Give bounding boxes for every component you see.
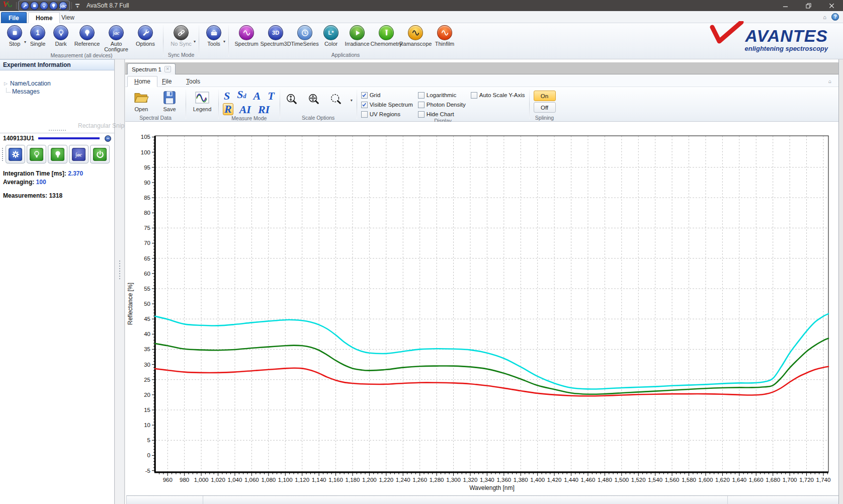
- svg-text:45: 45: [144, 316, 150, 322]
- legend-button[interactable]: Legend: [190, 89, 214, 112]
- device-power-button[interactable]: [90, 145, 110, 163]
- ramanscope-button[interactable]: Ramanscope: [401, 24, 430, 47]
- bulb-outline-icon[interactable]: [40, 2, 48, 10]
- toolbox-icon: [206, 25, 221, 40]
- horizontal-splitter[interactable]: [0, 128, 114, 133]
- collapse-device-button[interactable]: −: [105, 135, 111, 142]
- spectrum3d-button[interactable]: 3DSpectrum3D: [261, 24, 290, 47]
- toolbar-collapse-icon[interactable]: ⌂: [828, 78, 831, 84]
- zoom-rect-button[interactable]: [328, 92, 344, 107]
- unchecked-checkbox-icon[interactable]: [418, 92, 425, 99]
- checkbox-logarithmic[interactable]: Logarithmic: [418, 92, 466, 99]
- timeseries-button[interactable]: TimeSeries: [290, 24, 319, 47]
- measure-mode-ai[interactable]: AI: [238, 104, 252, 115]
- doc-tab-tools[interactable]: Tools: [180, 76, 207, 87]
- jac-icon: ∫ac: [72, 148, 86, 161]
- close-button[interactable]: [820, 0, 843, 11]
- tab-file[interactable]: File: [1, 12, 27, 23]
- measure-mode-ri[interactable]: RI: [257, 104, 271, 115]
- group-applications: Spectrum3DSpectrum3DTimeSeriesL*ColorIrr…: [229, 23, 462, 59]
- button-label: TimeSeries: [291, 41, 318, 47]
- svg-text:1,240: 1,240: [396, 477, 410, 483]
- ribbon-collapse-icon[interactable]: ⌂: [823, 14, 826, 20]
- close-tab-icon[interactable]: ✕: [164, 66, 171, 72]
- unchecked-checkbox-icon[interactable]: [471, 92, 477, 99]
- stop-button[interactable]: Stop: [3, 24, 26, 47]
- spectrum-button[interactable]: Spectrum: [232, 24, 261, 47]
- device-info-averaging: Averaging: 100: [3, 179, 111, 186]
- help-icon[interactable]: ?: [831, 13, 839, 21]
- measure-mode-sd[interactable]: Sd: [236, 89, 247, 102]
- checked-checkbox-icon[interactable]: [361, 92, 368, 99]
- irradiance-button[interactable]: Irradiance: [343, 24, 372, 47]
- tab-spectrum-1[interactable]: Spectrum 1 ✕: [127, 63, 176, 74]
- group-caption: Measure Mode: [223, 115, 276, 121]
- zoom-vertical-button[interactable]: [284, 92, 299, 107]
- device-bulb-outline-button[interactable]: [27, 145, 46, 163]
- dropdown-caret-icon[interactable]: ▾: [351, 98, 353, 103]
- device-bulb-button[interactable]: [48, 145, 67, 163]
- device-jac-button[interactable]: ∫ac: [69, 145, 89, 163]
- open-button[interactable]: Open: [129, 89, 153, 112]
- tree-connector: [6, 88, 11, 93]
- unchecked-checkbox-icon[interactable]: [418, 102, 425, 108]
- expander-icon[interactable]: ▷: [4, 81, 10, 86]
- dark-button[interactable]: Dark: [49, 24, 72, 47]
- dropdown-caret-icon[interactable]: ▾: [194, 39, 196, 44]
- bulb-icon[interactable]: [49, 2, 58, 10]
- doc-tab-home[interactable]: Home: [127, 76, 157, 87]
- chart-canvas[interactable]: -505101520253035404550556065707580859095…: [125, 122, 839, 495]
- drag-handle[interactable]: [2, 148, 3, 161]
- checkbox-uv-regions[interactable]: UV Regions: [361, 111, 413, 118]
- minimize-button[interactable]: [774, 0, 797, 11]
- floppy-icon: [162, 91, 177, 105]
- splining-off-button[interactable]: Off: [534, 102, 556, 113]
- jac-icon[interactable]: ∫ac: [59, 2, 67, 10]
- svg-text:100: 100: [141, 149, 150, 155]
- chemometry-button[interactable]: Chemometry: [372, 24, 401, 47]
- checkbox-visible-spectrum[interactable]: Visible Spectrum: [361, 101, 413, 108]
- value[interactable]: 100: [36, 179, 46, 186]
- tree-item-name-location[interactable]: ▷Name/Location: [4, 79, 114, 88]
- measure-mode-s[interactable]: S: [223, 91, 231, 102]
- stop-square-icon[interactable]: [30, 2, 39, 10]
- tab-view[interactable]: View: [54, 12, 81, 23]
- measure-mode-a[interactable]: A: [252, 91, 262, 102]
- wrench-icon[interactable]: [21, 2, 29, 10]
- dropdown-caret-icon[interactable]: ▾: [223, 39, 225, 44]
- document-menu-bar: Home File Tools ⌂: [125, 74, 838, 87]
- reference-button[interactable]: Reference: [72, 24, 102, 47]
- doc-tab-file[interactable]: File: [155, 76, 178, 87]
- unchecked-checkbox-icon[interactable]: [361, 111, 368, 118]
- splining-on-button[interactable]: On: [534, 91, 556, 101]
- checkbox-hide-chart[interactable]: Hide Chart: [418, 111, 466, 118]
- auto-configure-button[interactable]: ∫acAuto Configure: [102, 24, 131, 52]
- checkbox-photon-density[interactable]: Photon Density: [418, 101, 466, 108]
- single-button[interactable]: 1Single: [26, 24, 49, 47]
- checked-checkbox-icon[interactable]: [361, 102, 368, 108]
- svg-text:1,200: 1,200: [362, 477, 377, 483]
- color-button[interactable]: L*Color: [319, 24, 343, 47]
- restore-button[interactable]: [797, 0, 820, 11]
- value[interactable]: 2.370: [68, 170, 83, 177]
- measure-mode-t[interactable]: T: [267, 91, 275, 102]
- unchecked-checkbox-icon[interactable]: [418, 111, 425, 118]
- svg-text:20: 20: [144, 392, 150, 398]
- svg-text:1,500: 1,500: [614, 477, 629, 483]
- checkbox-auto-scale-y-axis[interactable]: Auto Scale Y-Axis: [471, 92, 525, 99]
- no-sync-button[interactable]: No Sync: [166, 24, 196, 47]
- options-button[interactable]: Options: [131, 24, 160, 47]
- tools-button[interactable]: Tools: [202, 24, 225, 47]
- zoom-all-button[interactable]: [306, 92, 321, 107]
- qat-customize-dropdown[interactable]: ▬▾: [75, 3, 79, 9]
- checkbox-grid[interactable]: Grid: [361, 92, 413, 99]
- group-display: GridVisible SpectrumUV RegionsLogarithmi…: [357, 88, 529, 121]
- measure-mode-r[interactable]: R: [223, 103, 233, 115]
- tree-item-messages[interactable]: Messages: [4, 88, 114, 96]
- vertical-splitter[interactable]: [119, 261, 120, 279]
- thinfilm-button[interactable]: Thinfilm: [430, 24, 459, 47]
- document-toolbar: Open Save Spectral Data Legend: [125, 88, 838, 122]
- device-gear-button[interactable]: [6, 145, 25, 163]
- group-legend: Legend: [186, 88, 218, 121]
- save-button[interactable]: Save: [157, 89, 182, 112]
